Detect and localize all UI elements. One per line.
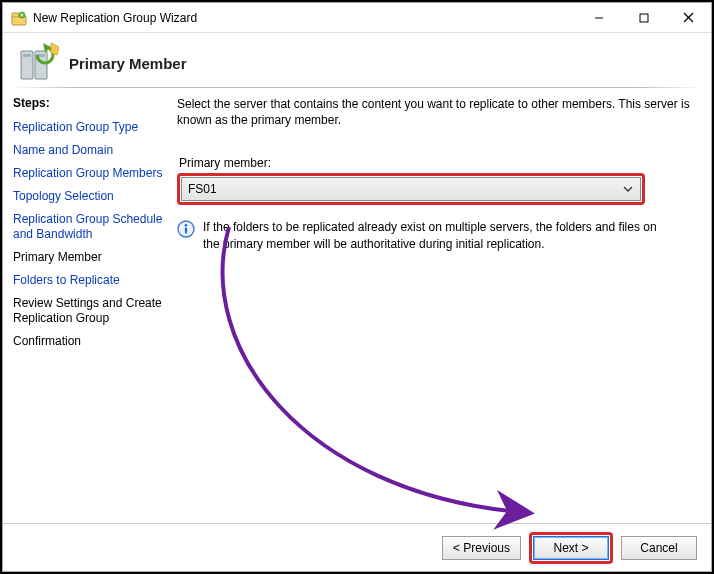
step-review-settings[interactable]: Review Settings and Create Replication G… [13,292,163,330]
primary-member-value: FS01 [188,182,620,196]
window-controls [576,3,711,32]
maximize-button[interactable] [621,3,666,32]
minimize-button[interactable] [576,3,621,32]
step-folders-to-replicate[interactable]: Folders to Replicate [13,269,163,292]
svg-point-14 [185,224,188,227]
previous-button[interactable]: < Previous [442,536,521,560]
info-icon [177,220,195,238]
instruction-text: Select the server that contains the cont… [177,96,697,128]
step-replication-group-members[interactable]: Replication Group Members [13,162,163,185]
primary-member-label: Primary member: [179,156,697,170]
steps-heading: Steps: [13,96,163,110]
step-replication-group-type[interactable]: Replication Group Type [13,116,163,139]
svg-rect-15 [185,228,187,234]
wizard-footer: < Previous Next > Cancel [3,523,711,571]
cancel-button[interactable]: Cancel [621,536,697,560]
primary-member-highlight: FS01 [177,173,645,205]
step-replication-group-schedule[interactable]: Replication Group Schedule and Bandwidth [13,208,163,246]
info-row: If the folders to be replicated already … [177,219,667,251]
step-confirmation[interactable]: Confirmation [13,330,163,353]
step-name-and-domain[interactable]: Name and Domain [13,139,163,162]
svg-rect-9 [23,54,31,57]
close-button[interactable] [666,3,711,32]
next-button[interactable]: Next > [533,536,609,560]
step-primary-member[interactable]: Primary Member [13,246,163,269]
wizard-window: New Replication Group Wizard [2,2,712,572]
window-title: New Replication Group Wizard [33,11,576,25]
wizard-header: Primary Member [3,33,711,88]
page-title: Primary Member [69,55,187,72]
content-pane: Select the server that contains the cont… [171,88,711,523]
app-icon [11,10,27,26]
info-text: If the folders to be replicated already … [203,219,667,251]
svg-rect-4 [640,14,648,22]
svg-marker-12 [51,43,59,55]
primary-member-icon [15,41,59,85]
step-topology-selection[interactable]: Topology Selection [13,185,163,208]
next-button-highlight: Next > [529,532,613,564]
steps-sidebar: Steps: Replication Group Type Name and D… [3,88,171,523]
svg-rect-1 [12,13,19,17]
titlebar: New Replication Group Wizard [3,3,711,33]
chevron-down-icon [620,181,636,197]
wizard-body: Steps: Replication Group Type Name and D… [3,88,711,523]
primary-member-dropdown[interactable]: FS01 [181,177,641,201]
